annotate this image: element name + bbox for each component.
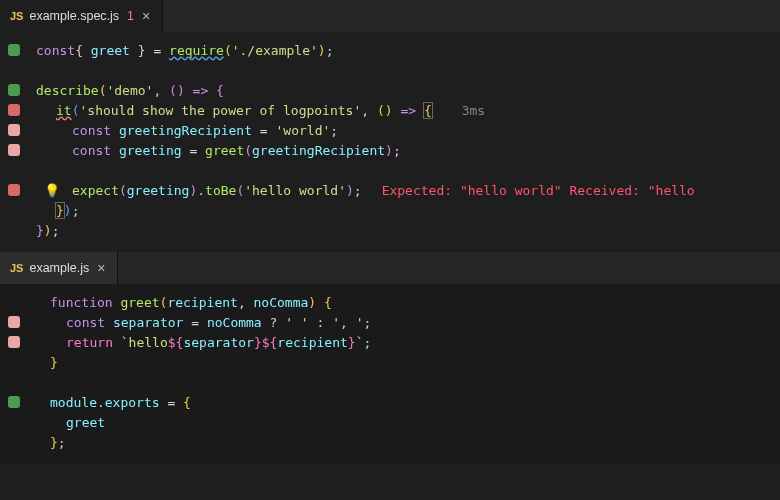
inline-timing: 3ms bbox=[462, 103, 485, 118]
editor-pane-top: JS example.spec.js 1 × const{ greet } = … bbox=[0, 0, 780, 252]
gutter-status-pink bbox=[8, 316, 20, 328]
code-editor[interactable]: function greet(recipient, noComma) { con… bbox=[0, 284, 780, 464]
gutter-status-green bbox=[8, 84, 20, 96]
tab-bar: JS example.js × bbox=[0, 252, 780, 284]
close-icon[interactable]: × bbox=[95, 260, 107, 276]
js-icon: JS bbox=[10, 10, 23, 22]
tab-filename: example.spec.js bbox=[29, 9, 119, 23]
gutter-status-green bbox=[8, 44, 20, 56]
tab-filename: example.js bbox=[29, 261, 89, 275]
gutter-status-pink bbox=[8, 336, 20, 348]
gutter-status-pink bbox=[8, 144, 20, 156]
inline-error: Expected: "hello world" Received: "hello bbox=[382, 183, 695, 198]
tab-example-spec[interactable]: JS example.spec.js 1 × bbox=[0, 0, 163, 32]
tab-example-js[interactable]: JS example.js × bbox=[0, 252, 118, 284]
tab-error-count: 1 bbox=[127, 9, 134, 23]
gutter-status-red bbox=[8, 104, 20, 116]
gutter-status-pink bbox=[8, 124, 20, 136]
gutter-status-red bbox=[8, 184, 20, 196]
close-icon[interactable]: × bbox=[140, 8, 152, 24]
editor-pane-bottom: JS example.js × function greet(recipient… bbox=[0, 252, 780, 464]
gutter-status-green bbox=[8, 396, 20, 408]
lightbulb-icon[interactable]: 💡 bbox=[44, 183, 60, 198]
js-icon: JS bbox=[10, 262, 23, 274]
code-editor[interactable]: const{ greet } = require('./example'); d… bbox=[0, 32, 780, 252]
tab-bar: JS example.spec.js 1 × bbox=[0, 0, 780, 32]
